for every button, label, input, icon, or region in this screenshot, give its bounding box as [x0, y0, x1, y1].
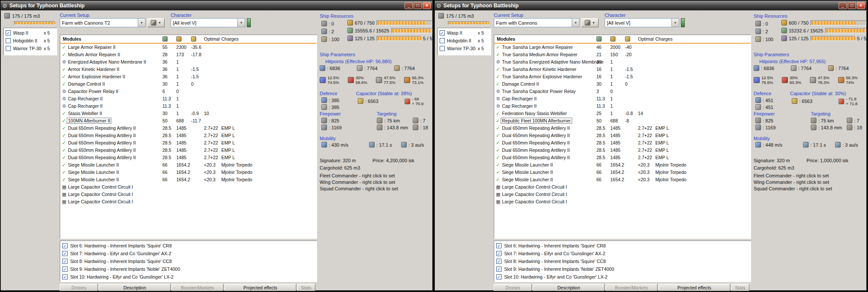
- module-row[interactable]: ✓Medium Armor Repairer II28173-17.8: [60, 51, 317, 58]
- module-row[interactable]: ✓Siege Missile Launcher II661654.2<20.3M…: [60, 176, 317, 183]
- titlebar[interactable]: ⚙ Setups for Typhoon Battleship _ □ ×: [1, 1, 432, 10]
- module-row[interactable]: ✓Dual 650mm Repeating Artillery II28.514…: [494, 125, 751, 132]
- drone-list-item[interactable]: ✓Wasp IIx 5: [438, 29, 491, 37]
- module-row[interactable]: ▦Large Capacitor Control Circuit I: [494, 198, 751, 205]
- module-row[interactable]: ✓Siege Missile Launcher II661654.2<20.3M…: [494, 169, 751, 176]
- maximize-button[interactable]: □: [414, 2, 422, 9]
- drone-list-item[interactable]: Warrior TP-300x 5: [438, 45, 491, 52]
- module-row[interactable]: ✓100MN Afterburner II50688-11.7: [60, 117, 317, 125]
- implant-checkbox[interactable]: ✓: [496, 243, 502, 248]
- implant-row[interactable]: ✓Slot 7: Hardwiring - Eifyr and Co 'Guns…: [494, 250, 751, 257]
- squad-commander-slot[interactable]: Squad Commander - right click to set: [754, 186, 832, 191]
- module-row[interactable]: ✓Armor Explosive Hardener II361-1.5: [60, 73, 317, 80]
- module-row[interactable]: ✓True Sansha Armor Kinetic Hardener161-1…: [494, 66, 751, 73]
- module-row[interactable]: ✓Dual 650mm Repeating Artillery II28.514…: [60, 139, 317, 147]
- drone-checkbox[interactable]: ✓: [440, 30, 445, 35]
- tab-projected-effects[interactable]: Projected effects: [224, 284, 296, 291]
- drone-checkbox[interactable]: [440, 46, 445, 51]
- implant-row[interactable]: ✓Slot 8: Hardwiring - Inherent Implants …: [494, 257, 751, 265]
- module-row[interactable]: ✓Siege Missile Launcher II661654.2<20.3M…: [60, 161, 317, 169]
- minimize-button[interactable]: _: [405, 2, 413, 9]
- module-row[interactable]: ⚙Capacitor Power Relay II60: [60, 88, 317, 95]
- module-row[interactable]: ✓Dual 650mm Repeating Artillery II28.514…: [494, 147, 751, 154]
- implant-row[interactable]: ✓Slot 7: Hardwiring - Eifyr and Co 'Guns…: [60, 250, 317, 257]
- drone-checkbox[interactable]: [440, 38, 445, 43]
- module-row[interactable]: ⚙Cap Recharger II11.31: [494, 95, 751, 103]
- wing-commander-slot[interactable]: Wing Commander - right click to set: [754, 180, 829, 185]
- implant-row[interactable]: ✓Slot 10: Hardwiring - Eifyr and Co 'Gun…: [494, 273, 751, 281]
- implant-checkbox[interactable]: ✓: [62, 251, 68, 256]
- module-row[interactable]: ✓Dual 650mm Repeating Artillery II28.514…: [60, 132, 317, 139]
- module-row[interactable]: ⚙True Sansha Capacitor Power Relay30: [494, 88, 751, 95]
- module-row[interactable]: ✓Dual 650mm Repeating Artillery II28.514…: [60, 154, 317, 161]
- wing-commander-slot[interactable]: Wing Commander - right click to set: [320, 180, 395, 185]
- close-button[interactable]: ×: [423, 2, 431, 9]
- module-row[interactable]: ⚙Cap Recharger II11.31: [60, 95, 317, 103]
- drone-list-item[interactable]: Hobgoblin IIx 5: [438, 37, 491, 45]
- module-row[interactable]: ✓Dual 650mm Repeating Artillery II28.514…: [60, 125, 317, 132]
- module-row[interactable]: ✓Stasis Webifier II301-0.910: [60, 110, 317, 117]
- module-row[interactable]: ✓Dual 650mm Repeating Artillery II28.514…: [494, 132, 751, 139]
- module-row[interactable]: ⚙Cap Recharger II11.31: [60, 103, 317, 110]
- module-row[interactable]: ▦Large Capacitor Control Circuit I: [494, 183, 751, 191]
- implant-row[interactable]: ✓Slot 9: Hardwiring - Inherent Implants …: [60, 265, 317, 273]
- character-select[interactable]: [All level V] ▼: [605, 18, 679, 27]
- module-row[interactable]: ✓Dual 650mm Repeating Artillery II28.514…: [60, 147, 317, 154]
- close-button[interactable]: ×: [857, 2, 865, 9]
- minimize-button[interactable]: _: [839, 2, 847, 9]
- drone-list-item[interactable]: ✓Wasp IIx 5: [4, 29, 57, 37]
- setup-menu-button[interactable]: ▼: [147, 18, 165, 27]
- fleet-commander-slot[interactable]: Fleet Commander - right click to set: [754, 173, 829, 178]
- fleet-commander-slot[interactable]: Fleet Commander - right click to set: [320, 173, 395, 178]
- module-row[interactable]: ✓Large Armor Repairer II552300-35.6: [60, 44, 317, 51]
- module-row[interactable]: ✓Damage Control II3010: [494, 80, 751, 88]
- titlebar[interactable]: ⚙ Setups for Typhoon Battleship _ □ ×: [435, 1, 866, 10]
- implant-row[interactable]: ✓Slot 8: Hardwiring - Inherent Implants …: [60, 257, 317, 265]
- implant-checkbox[interactable]: ✓: [62, 274, 68, 279]
- implant-checkbox[interactable]: ✓: [496, 266, 502, 272]
- implant-row[interactable]: ✓Slot 9: Hardwiring - Inherent Implants …: [494, 265, 751, 273]
- module-row[interactable]: ✓Federation Navy Stasis Webifier251-0.81…: [494, 110, 751, 117]
- implant-checkbox[interactable]: ✓: [496, 259, 502, 264]
- implant-checkbox[interactable]: ✓: [496, 251, 502, 256]
- module-row[interactable]: ✓True Sansha Medium Armor Repairer21150-…: [494, 51, 751, 58]
- module-row[interactable]: ✓True Sansha Large Armor Repairer462000-…: [494, 44, 751, 51]
- character-select[interactable]: [All level V] ▼: [171, 18, 245, 27]
- module-row[interactable]: ✓Republic Fleet 100MN Afterburner50688-8: [494, 117, 751, 125]
- implant-checkbox[interactable]: ✓: [62, 259, 68, 264]
- module-row[interactable]: ✓Siege Missile Launcher II661654.2<20.3M…: [494, 161, 751, 169]
- module-row[interactable]: ▦Large Capacitor Control Circuit I: [494, 191, 751, 198]
- squad-commander-slot[interactable]: Squad Commander - right click to set: [320, 186, 398, 191]
- tab-description[interactable]: Description: [533, 284, 605, 291]
- module-row[interactable]: ✓Siege Missile Launcher II661654.2<20.3M…: [494, 176, 751, 183]
- module-row[interactable]: ✓Dual 650mm Repeating Artillery II28.514…: [494, 139, 751, 147]
- module-row[interactable]: ⚙Cap Recharger II11.31: [494, 103, 751, 110]
- drone-checkbox[interactable]: [6, 38, 11, 43]
- module-row[interactable]: ✓Siege Missile Launcher II661654.2<20.3M…: [60, 169, 317, 176]
- chevron-down-icon[interactable]: ▼: [572, 19, 579, 27]
- module-row[interactable]: ▦Large Capacitor Control Circuit I: [60, 198, 317, 205]
- drone-checkbox[interactable]: ✓: [6, 30, 11, 35]
- module-row[interactable]: ✓Dual 650mm Repeating Artillery II28.514…: [494, 154, 751, 161]
- implant-checkbox[interactable]: ✓: [496, 274, 502, 279]
- module-row[interactable]: ▦Large Capacitor Control Circuit I: [60, 191, 317, 198]
- current-setup-select[interactable]: Farm with Cannons ▼: [494, 18, 580, 27]
- implant-checkbox[interactable]: ✓: [62, 266, 68, 272]
- chevron-down-icon[interactable]: ▼: [237, 19, 245, 27]
- tab-projected-effects[interactable]: Projected effects: [658, 284, 730, 291]
- module-row[interactable]: ✓Damage Control II3010: [60, 80, 317, 88]
- module-row[interactable]: ⚙Energized Adaptive Nano Membrane II361: [60, 58, 317, 66]
- module-row[interactable]: ✓Armor Kinetic Hardener II361-1.5: [60, 66, 317, 73]
- module-row[interactable]: ✓True Sansha Armor Explosive Hardener161…: [494, 73, 751, 80]
- module-row[interactable]: ▦Large Capacitor Control Circuit I: [60, 183, 317, 191]
- current-setup-select[interactable]: Farm with Cannons T2 ▼: [60, 18, 146, 27]
- maximize-button[interactable]: □: [848, 2, 856, 9]
- implant-row[interactable]: ✓Slot 6: Hardwiring - Inherent Implants …: [60, 242, 317, 250]
- module-row[interactable]: ⚙True Sansha Energized Adaptive Nano Mem…: [494, 58, 751, 66]
- setup-menu-button[interactable]: ▼: [581, 18, 599, 27]
- tab-description[interactable]: Description: [99, 284, 171, 291]
- drone-list-item[interactable]: Hobgoblin IIx 5: [4, 37, 57, 45]
- drone-checkbox[interactable]: [6, 46, 11, 51]
- chevron-down-icon[interactable]: ▼: [671, 19, 679, 27]
- implant-row[interactable]: ✓Slot 6: Hardwiring - Inherent Implants …: [494, 242, 751, 250]
